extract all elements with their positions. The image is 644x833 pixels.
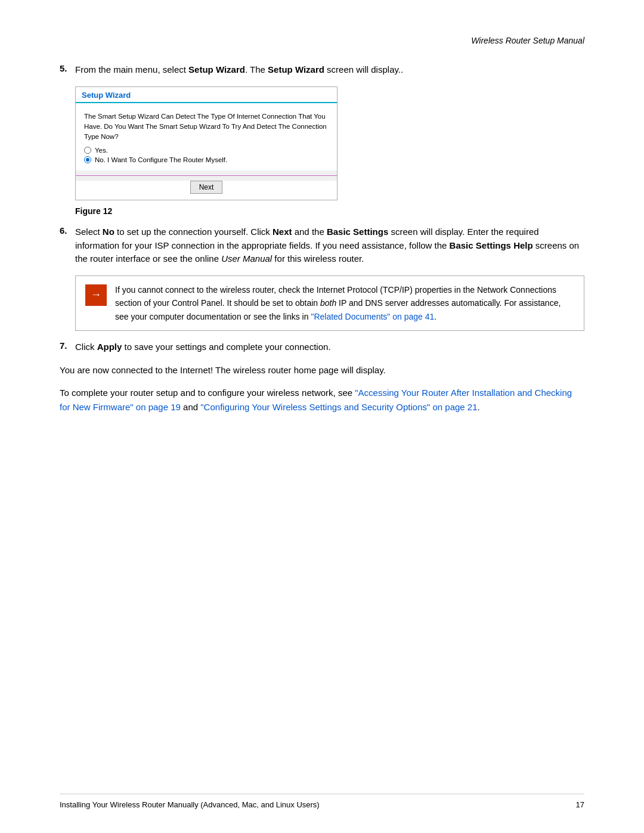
paragraph-2: To complete your router setup and to con… [60, 386, 584, 414]
header-title: Wireless Router Setup Manual [471, 36, 584, 45]
note-arrow-icon: → [85, 284, 107, 306]
step-6-text: Select No to set up the connection yours… [75, 225, 584, 266]
radio-yes-label: Yes. [95, 147, 108, 154]
step-5-text: From the main menu, select Setup Wizard.… [75, 63, 403, 77]
step-7-number: 7. [60, 340, 72, 351]
wizard-next-button[interactable]: Next [190, 181, 223, 194]
page-header: Wireless Router Setup Manual [60, 36, 584, 45]
footer-left-text: Installing Your Wireless Router Manually… [60, 800, 320, 809]
figure-label: Figure 12 [75, 206, 584, 216]
step-7-row: 7. Click Apply to save your settings and… [60, 340, 584, 354]
wizard-title-bar: Setup Wizard [76, 87, 337, 103]
wizard-body-text: The Smart Setup Wizard Can Detect The Ty… [84, 112, 329, 143]
footer-page-number: 17 [576, 800, 584, 809]
related-documents-link[interactable]: "Related Documents" on page 41 [311, 312, 434, 321]
step-5-row: 5. From the main menu, select Setup Wiza… [60, 63, 584, 77]
note-box: → If you cannot connect to the wireless … [75, 275, 584, 331]
wizard-title: Setup Wizard [82, 91, 131, 100]
radio-yes-circle [84, 147, 91, 154]
screenshot-divider [76, 175, 337, 176]
configuring-wireless-link[interactable]: "Configuring Your Wireless Settings and … [200, 402, 477, 412]
page-container: Wireless Router Setup Manual 5. From the… [0, 0, 644, 833]
step-7-text: Click Apply to save your settings and co… [75, 340, 331, 354]
radio-no-label: No. I Want To Configure The Router Mysel… [95, 156, 227, 163]
wizard-radio-yes-row: Yes. [84, 147, 329, 154]
setup-wizard-screenshot: Setup Wizard The Smart Setup Wizard Can … [75, 86, 338, 201]
paragraph-1: You are now connected to the Internet! T… [60, 363, 584, 377]
wizard-body: The Smart Setup Wizard Can Detect The Ty… [76, 103, 337, 171]
note-text-content: If you cannot connect to the wireless ro… [115, 283, 574, 323]
screenshot-footer: Next [76, 181, 337, 200]
page-footer: Installing Your Wireless Router Manually… [60, 794, 584, 809]
step-5-number: 5. [60, 63, 72, 73]
step-6-row: 6. Select No to set up the connection yo… [60, 225, 584, 266]
step-6-number: 6. [60, 225, 72, 236]
wizard-radio-no-row: No. I Want To Configure The Router Mysel… [84, 156, 329, 163]
radio-no-circle [84, 156, 91, 163]
